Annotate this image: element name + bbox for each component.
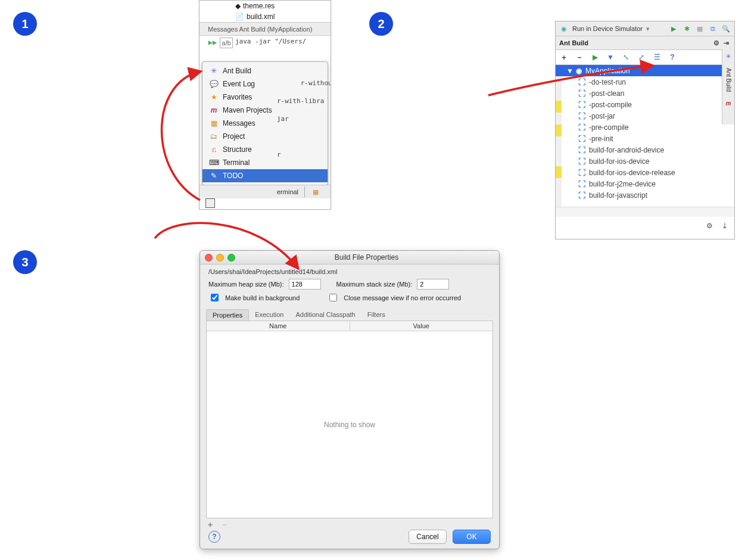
star-icon: ★: [210, 93, 218, 101]
horizontal-scrollbar[interactable]: [556, 207, 734, 217]
debug-icon[interactable]: ✱: [682, 24, 691, 33]
maximize-icon[interactable]: [227, 254, 235, 262]
close-icon[interactable]: [205, 254, 213, 262]
expand-icon[interactable]: ▼: [566, 67, 572, 75]
theme-file-icon: ◆: [235, 2, 241, 10]
collapse-all-icon[interactable]: ⤢: [637, 52, 646, 62]
dialog-title: Build File Properties: [239, 253, 494, 262]
theme-file-name[interactable]: theme.res: [243, 2, 275, 10]
folder-icon: 🗂: [210, 132, 218, 141]
ant-target[interactable]: ⛶-post-compile: [566, 99, 734, 110]
step-2-badge: 2: [369, 12, 393, 36]
step-3-badge: 3: [13, 250, 37, 274]
cover-icon[interactable]: ▦: [695, 24, 705, 33]
remove-icon[interactable]: －: [575, 52, 584, 62]
properties-table: Name Value Nothing to show: [206, 321, 493, 518]
app-icon: ◉: [559, 24, 569, 33]
stack-input[interactable]: [417, 279, 449, 290]
background-checkbox[interactable]: [211, 294, 219, 301]
ant-target[interactable]: ⛶build-for-j2me-device: [566, 178, 734, 189]
stack-label: Maximum stack size (Mb):: [336, 281, 413, 288]
close-msg-checkbox[interactable]: [329, 294, 337, 301]
tool-windows-icon[interactable]: [205, 198, 215, 208]
info-icon: ▦: [210, 119, 218, 127]
col-value[interactable]: Value: [350, 321, 493, 331]
tab-filters[interactable]: Filters: [361, 309, 391, 321]
bottom-app-icon[interactable]: ▦: [311, 187, 320, 197]
ant-icon: ✳: [210, 67, 218, 75]
gear-icon[interactable]: ⚙: [712, 38, 721, 48]
ant-root-row[interactable]: ▼ ◉ MyApplication: [556, 65, 734, 76]
tab-additional-classpath[interactable]: Additional Classpath: [289, 309, 361, 321]
ab-icon[interactable]: a/b: [220, 38, 233, 48]
tool-window-title: Ant Build: [559, 39, 588, 46]
ant-build-tool-window: ◉ Run in Device Simulator ▾ ▶ ✱ ▦ ⧉ 🔍 An…: [555, 21, 735, 239]
tool-terminal-tab[interactable]: erminal: [277, 188, 298, 195]
tab-properties[interactable]: Properties: [206, 309, 249, 321]
ok-button[interactable]: OK: [453, 530, 491, 544]
side-ant-label[interactable]: Ant Build: [725, 68, 732, 92]
build-file-properties-dialog: Build File Properties /Users/shai/IdeaPr…: [200, 250, 500, 549]
run-config-dropdown[interactable]: Run in Device Simulator: [572, 25, 643, 32]
ant-target[interactable]: ⛶-pre-compile: [566, 122, 734, 133]
heap-label: Maximum heap size (Mb):: [208, 281, 284, 288]
console-line-1: java -jar "/Users/: [235, 38, 306, 45]
filter-icon[interactable]: ▼: [606, 52, 615, 62]
properties-icon[interactable]: ☰: [652, 52, 662, 62]
cancel-button[interactable]: Cancel: [409, 530, 447, 544]
ant-target[interactable]: ⛶-do-test-run: [566, 76, 734, 88]
run-icon[interactable]: ▶: [669, 24, 678, 33]
ant-target[interactable]: ⛶build-for-ios-device-release: [566, 167, 734, 178]
tab-execution[interactable]: Execution: [249, 309, 289, 321]
ant-target[interactable]: ⛶build-for-javascript: [566, 189, 734, 201]
project-icon: ◉: [576, 67, 582, 75]
expand-all-icon[interactable]: ⤡: [621, 52, 631, 62]
heap-input[interactable]: [289, 279, 321, 290]
todo-icon: ✎: [210, 172, 218, 180]
maven-m-icon: m: [210, 106, 218, 114]
ant-target[interactable]: ⛶-post-jar: [566, 110, 734, 122]
right-side-tabs: ✳ Ant Build m: [722, 49, 734, 125]
terminal-icon: ⌨: [210, 158, 218, 167]
close-msg-label: Close message view if no error occurred: [344, 294, 461, 301]
build-file-path: /Users/shai/IdeaProjects/untitled14/buil…: [200, 265, 499, 278]
col-name[interactable]: Name: [207, 321, 350, 331]
help-button[interactable]: ?: [208, 531, 220, 543]
ant-targets-tree[interactable]: ▼ ◉ MyApplication ⛶-do-test-run ⛶-post-c…: [566, 65, 734, 201]
ant-target[interactable]: ⛶-post-clean: [566, 88, 734, 99]
search-icon[interactable]: 🔍: [721, 24, 731, 33]
hide-icon[interactable]: ⇥: [721, 38, 731, 48]
speech-icon: 💬: [210, 80, 218, 88]
side-ant-icon[interactable]: ✳: [726, 53, 731, 60]
ant-target[interactable]: ⛶build-for-android-device: [566, 144, 734, 155]
rerun-icon[interactable]: ▶▶: [208, 38, 217, 47]
build-file-name[interactable]: build.xml: [247, 13, 275, 21]
gear-icon[interactable]: ⚙: [705, 221, 714, 231]
structure-icon: ⎌: [210, 145, 218, 154]
project-structure-icon[interactable]: ⧉: [708, 24, 718, 33]
add-icon[interactable]: ＋: [559, 52, 569, 62]
ide-messages-panel: ◆ theme.res 📄 build.xml Messages Ant Bui…: [199, 0, 331, 210]
chevron-down-icon: ▾: [646, 25, 650, 33]
xml-file-icon: 📄: [235, 13, 244, 21]
run-target-icon[interactable]: ▶: [590, 52, 600, 62]
editor-gutter: [556, 65, 562, 207]
table-empty-text: Nothing to show: [207, 331, 492, 518]
bottom-tool-bar: erminal ▦: [200, 185, 331, 198]
help-icon[interactable]: ?: [668, 52, 677, 62]
ant-target[interactable]: ⛶build-for-ios-device: [566, 155, 734, 167]
step-1-badge: 1: [13, 12, 37, 36]
messages-tool-header[interactable]: Messages Ant Build (MyApplication): [200, 22, 331, 36]
background-label: Make build in background: [225, 294, 300, 301]
side-m-icon[interactable]: m: [726, 100, 731, 107]
ant-target[interactable]: ⛶-pre-init: [566, 133, 734, 144]
export-icon[interactable]: ⤓: [720, 221, 730, 231]
minimize-icon[interactable]: [216, 254, 224, 262]
